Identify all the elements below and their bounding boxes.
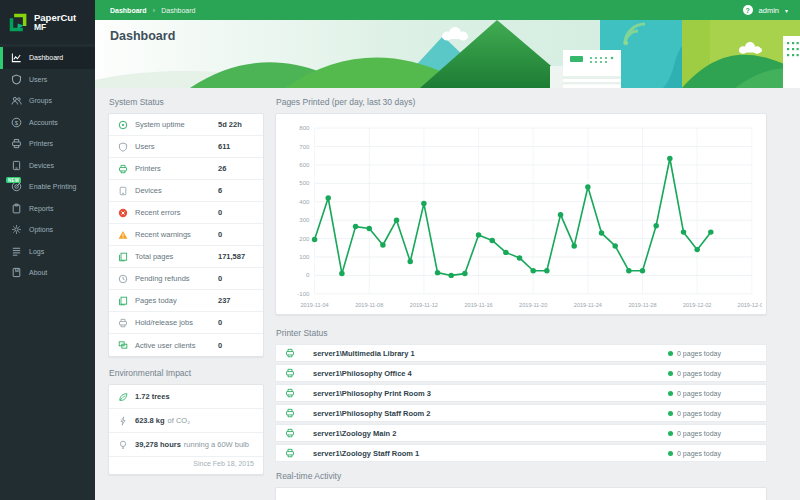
svg-text:2019-11-12: 2019-11-12 bbox=[410, 302, 438, 308]
printer-status-list: server1\Multimedia Library 1 0 pages tod… bbox=[275, 344, 767, 462]
leaf-icon bbox=[118, 392, 128, 402]
breadcrumb-page[interactable]: Dashboard bbox=[161, 7, 195, 14]
printer-pages-today: 0 pages today bbox=[668, 410, 721, 417]
new-badge: NEW bbox=[6, 177, 21, 183]
svg-text:2019-11-20: 2019-11-20 bbox=[519, 302, 547, 308]
logo-sub: MF bbox=[34, 23, 76, 32]
sidebar-item-accounts[interactable]: $ Accounts bbox=[0, 112, 95, 134]
clock-icon bbox=[118, 274, 128, 284]
sidebar-item-label: Reports bbox=[29, 205, 54, 212]
device-icon bbox=[118, 186, 128, 196]
sidebar-item-reports[interactable]: Reports bbox=[0, 198, 95, 220]
printer-row[interactable]: server1\Philosophy Staff Room 2 0 pages … bbox=[275, 404, 767, 422]
error-icon bbox=[118, 208, 128, 218]
printer-name[interactable]: server1\Zoology Main 2 bbox=[313, 429, 396, 438]
warning-icon bbox=[118, 230, 128, 240]
printer-row[interactable]: server1\Zoology Main 2 0 pages today bbox=[275, 424, 767, 442]
svg-text:2019-11-16: 2019-11-16 bbox=[464, 302, 492, 308]
status-row-pages-today: Pages today 237 bbox=[109, 290, 263, 312]
svg-text:-100: -100 bbox=[297, 290, 310, 297]
svg-text:2019-12-02: 2019-12-02 bbox=[683, 302, 712, 308]
papercut-admin-app: PaperCut MF Dashboard Users Groups $ Acc… bbox=[0, 0, 800, 500]
papercut-logo[interactable]: PaperCut MF bbox=[0, 0, 95, 44]
printer-status-heading: Printer Status bbox=[276, 328, 766, 338]
device-icon bbox=[11, 160, 22, 171]
header-band: Dashboard bbox=[95, 20, 800, 88]
status-value: 0 bbox=[218, 230, 254, 239]
sidebar-item-options[interactable]: Options bbox=[0, 219, 95, 241]
status-value: 5d 22h bbox=[218, 120, 254, 129]
sidebar-item-about[interactable]: About bbox=[0, 262, 95, 284]
status-dot-icon bbox=[668, 391, 673, 396]
breadcrumb-root[interactable]: Dashboard bbox=[110, 7, 147, 14]
sidebar-item-devices[interactable]: Devices bbox=[0, 155, 95, 177]
environmental-impact-heading: Environmental Impact bbox=[109, 368, 263, 378]
status-row-user-clients: Active user clients 0 bbox=[109, 334, 263, 356]
printer-name[interactable]: server1\Philosophy Staff Room 2 bbox=[313, 409, 431, 418]
printer-name[interactable]: server1\Philosophy Office 4 bbox=[313, 369, 412, 378]
logs-icon bbox=[11, 246, 22, 257]
groups-icon bbox=[11, 95, 22, 106]
status-value: 0 bbox=[218, 274, 254, 283]
sidebar-item-groups[interactable]: Groups bbox=[0, 90, 95, 112]
topbar: Dashboard › Dashboard ? admin ▾ bbox=[95, 0, 800, 20]
sidebar-item-label: Devices bbox=[29, 162, 54, 169]
dashboard-icon bbox=[11, 52, 22, 63]
sidebar-item-label: Printers bbox=[29, 140, 53, 147]
printer-pages-today: 0 pages today bbox=[668, 390, 721, 397]
svg-text:2019-11-04: 2019-11-04 bbox=[301, 302, 329, 308]
env-row-trees: 1.72 trees bbox=[109, 385, 263, 409]
status-row-refunds: Pending refunds 0 bbox=[109, 268, 263, 290]
gear-icon bbox=[11, 224, 22, 235]
pages-icon bbox=[118, 252, 128, 262]
status-row-printers: Printers 26 bbox=[109, 158, 263, 180]
svg-text:400: 400 bbox=[299, 198, 310, 205]
right-column: Pages Printed (per day, last 30 days) -1… bbox=[275, 97, 767, 500]
sidebar-item-label: Users bbox=[29, 76, 47, 83]
status-value: 611 bbox=[218, 142, 254, 151]
sidebar-item-users[interactable]: Users bbox=[0, 69, 95, 91]
sidebar-item-label: Options bbox=[29, 226, 53, 233]
svg-text:800: 800 bbox=[299, 124, 310, 131]
status-value: 0 bbox=[218, 208, 254, 217]
sidebar-item-label: Groups bbox=[29, 97, 52, 104]
sidebar-item-label: About bbox=[29, 269, 47, 276]
printer-icon bbox=[285, 368, 295, 378]
breadcrumb-separator-icon: › bbox=[153, 6, 156, 15]
bulb-icon bbox=[118, 440, 128, 450]
sidebar-item-label: Enable Printing bbox=[29, 183, 76, 190]
status-row-uptime: System uptime 5d 22h bbox=[109, 114, 263, 136]
energy-icon bbox=[118, 416, 128, 426]
printer-icon bbox=[285, 428, 295, 438]
printer-pages-today: 0 pages today bbox=[668, 370, 721, 377]
status-row-users: Users 611 bbox=[109, 136, 263, 158]
left-column: System Status System uptime 5d 22h Users… bbox=[108, 97, 264, 500]
book-icon bbox=[11, 267, 22, 278]
sidebar-item-dashboard[interactable]: Dashboard bbox=[0, 47, 95, 69]
sidebar-item-printers[interactable]: Printers bbox=[0, 133, 95, 155]
sidebar-item-logs[interactable]: Logs bbox=[0, 241, 95, 263]
printer-row[interactable]: server1\Philosophy Print Room 3 0 pages … bbox=[275, 384, 767, 402]
printer-row[interactable]: server1\Zoology Staff Room 1 0 pages tod… bbox=[275, 444, 767, 462]
sidebar-item-enable-printing[interactable]: NEW Enable Printing bbox=[0, 176, 95, 198]
help-icon[interactable]: ? bbox=[743, 5, 753, 15]
printer-icon bbox=[285, 448, 295, 458]
svg-text:700: 700 bbox=[299, 143, 310, 150]
printer-icon bbox=[285, 348, 295, 358]
svg-text:2019-11-24: 2019-11-24 bbox=[574, 302, 602, 308]
realtime-activity-heading: Real-time Activity bbox=[276, 471, 766, 481]
env-since-date: Since Feb 18, 2015 bbox=[109, 457, 263, 474]
users-shield-icon bbox=[11, 74, 22, 85]
printer-row[interactable]: server1\Philosophy Office 4 0 pages toda… bbox=[275, 364, 767, 382]
svg-text:2019-11-28: 2019-11-28 bbox=[628, 302, 656, 308]
chevron-down-icon[interactable]: ▾ bbox=[785, 7, 788, 14]
printer-icon bbox=[285, 408, 295, 418]
status-dot-icon bbox=[668, 411, 673, 416]
status-value: 0 bbox=[218, 318, 254, 327]
printer-name[interactable]: server1\Multimedia Library 1 bbox=[313, 349, 415, 358]
printer-name[interactable]: server1\Zoology Staff Room 1 bbox=[313, 449, 419, 458]
svg-text:200: 200 bbox=[299, 235, 310, 242]
user-menu[interactable]: admin bbox=[759, 6, 779, 15]
printer-name[interactable]: server1\Philosophy Print Room 3 bbox=[313, 389, 431, 398]
printer-row[interactable]: server1\Multimedia Library 1 0 pages tod… bbox=[275, 344, 767, 362]
